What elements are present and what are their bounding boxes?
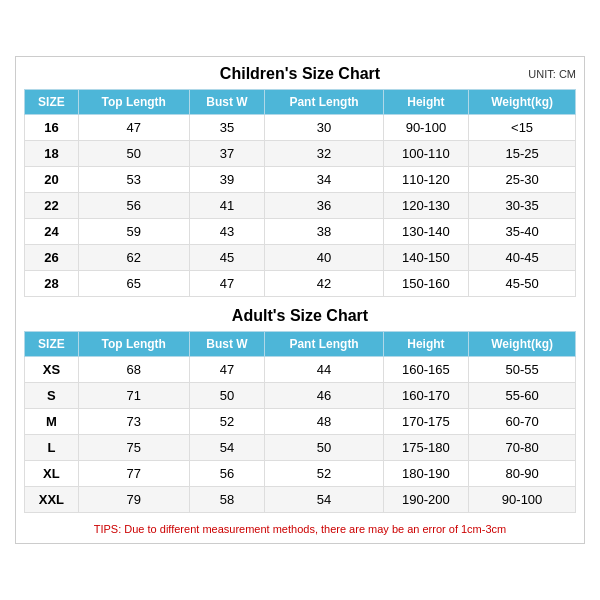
table-cell: 73 xyxy=(78,409,189,435)
table-cell: 59 xyxy=(78,219,189,245)
table-cell: 140-150 xyxy=(383,245,469,271)
adult-col-height: Height xyxy=(383,332,469,357)
adult-table: SIZE Top Length Bust W Pant Length Heigh… xyxy=(24,331,576,513)
table-cell: 15-25 xyxy=(469,141,576,167)
table-cell: 77 xyxy=(78,461,189,487)
table-cell: 71 xyxy=(78,383,189,409)
adult-col-toplength: Top Length xyxy=(78,332,189,357)
table-cell: 36 xyxy=(265,193,383,219)
table-cell: 50 xyxy=(189,383,265,409)
table-cell: 130-140 xyxy=(383,219,469,245)
table-cell: 90-100 xyxy=(383,115,469,141)
table-cell: 50 xyxy=(78,141,189,167)
tips-text: TIPS: Due to different measurement metho… xyxy=(24,523,576,535)
table-cell: 48 xyxy=(265,409,383,435)
table-cell: 35-40 xyxy=(469,219,576,245)
table-cell: 170-175 xyxy=(383,409,469,435)
table-cell: 44 xyxy=(265,357,383,383)
table-cell: 52 xyxy=(189,409,265,435)
table-row: 24594338130-14035-40 xyxy=(25,219,576,245)
adult-col-pantlength: Pant Length xyxy=(265,332,383,357)
table-cell: 62 xyxy=(78,245,189,271)
table-row: 22564136120-13030-35 xyxy=(25,193,576,219)
table-cell: 50-55 xyxy=(469,357,576,383)
table-cell: 52 xyxy=(265,461,383,487)
table-cell: 47 xyxy=(189,271,265,297)
table-cell: 50 xyxy=(265,435,383,461)
unit-label: UNIT: CM xyxy=(528,68,576,80)
table-cell: 28 xyxy=(25,271,79,297)
table-cell: 55-60 xyxy=(469,383,576,409)
table-cell: 41 xyxy=(189,193,265,219)
table-cell: 68 xyxy=(78,357,189,383)
table-cell: 32 xyxy=(265,141,383,167)
table-row: XL775652180-19080-90 xyxy=(25,461,576,487)
children-col-weight: Weight(kg) xyxy=(469,90,576,115)
table-cell: <15 xyxy=(469,115,576,141)
children-table: SIZE Top Length Bust W Pant Length Heigh… xyxy=(24,89,576,297)
table-row: 20533934110-12025-30 xyxy=(25,167,576,193)
table-cell: XS xyxy=(25,357,79,383)
table-row: S715046160-17055-60 xyxy=(25,383,576,409)
adult-col-size: SIZE xyxy=(25,332,79,357)
adult-col-bustw: Bust W xyxy=(189,332,265,357)
table-cell: S xyxy=(25,383,79,409)
table-cell: 54 xyxy=(265,487,383,513)
table-cell: 30 xyxy=(265,115,383,141)
table-cell: 40 xyxy=(265,245,383,271)
table-cell: L xyxy=(25,435,79,461)
children-header-row: SIZE Top Length Bust W Pant Length Heigh… xyxy=(25,90,576,115)
table-cell: 70-80 xyxy=(469,435,576,461)
table-row: XXL795854190-20090-100 xyxy=(25,487,576,513)
table-cell: 34 xyxy=(265,167,383,193)
table-cell: 25-30 xyxy=(469,167,576,193)
table-row: M735248170-17560-70 xyxy=(25,409,576,435)
table-cell: 60-70 xyxy=(469,409,576,435)
table-cell: XXL xyxy=(25,487,79,513)
table-row: XS684744160-16550-55 xyxy=(25,357,576,383)
table-cell: 58 xyxy=(189,487,265,513)
adult-chart-title: Adult's Size Chart xyxy=(232,307,368,325)
adult-header-row: SIZE Top Length Bust W Pant Length Heigh… xyxy=(25,332,576,357)
table-cell: M xyxy=(25,409,79,435)
table-cell: 120-130 xyxy=(383,193,469,219)
table-cell: 190-200 xyxy=(383,487,469,513)
table-cell: 35 xyxy=(189,115,265,141)
children-col-toplength: Top Length xyxy=(78,90,189,115)
table-cell: 150-160 xyxy=(383,271,469,297)
table-cell: 160-165 xyxy=(383,357,469,383)
table-cell: 45 xyxy=(189,245,265,271)
children-title-row: Children's Size Chart UNIT: CM xyxy=(24,65,576,83)
table-cell: 42 xyxy=(265,271,383,297)
chart-container: Children's Size Chart UNIT: CM SIZE Top … xyxy=(15,56,585,544)
adult-col-weight: Weight(kg) xyxy=(469,332,576,357)
table-cell: 100-110 xyxy=(383,141,469,167)
table-cell: 16 xyxy=(25,115,79,141)
table-row: 1647353090-100<15 xyxy=(25,115,576,141)
children-col-size: SIZE xyxy=(25,90,79,115)
table-cell: 110-120 xyxy=(383,167,469,193)
table-cell: 56 xyxy=(78,193,189,219)
table-cell: 175-180 xyxy=(383,435,469,461)
table-cell: 20 xyxy=(25,167,79,193)
table-cell: 53 xyxy=(78,167,189,193)
table-cell: 80-90 xyxy=(469,461,576,487)
table-cell: 180-190 xyxy=(383,461,469,487)
table-cell: 56 xyxy=(189,461,265,487)
table-cell: 40-45 xyxy=(469,245,576,271)
table-cell: 65 xyxy=(78,271,189,297)
adult-title-row: Adult's Size Chart xyxy=(24,307,576,325)
table-row: 18503732100-11015-25 xyxy=(25,141,576,167)
table-cell: 37 xyxy=(189,141,265,167)
table-row: 26624540140-15040-45 xyxy=(25,245,576,271)
table-cell: 43 xyxy=(189,219,265,245)
table-cell: XL xyxy=(25,461,79,487)
table-cell: 54 xyxy=(189,435,265,461)
table-cell: 38 xyxy=(265,219,383,245)
table-cell: 47 xyxy=(189,357,265,383)
children-col-bustw: Bust W xyxy=(189,90,265,115)
children-col-pantlength: Pant Length xyxy=(265,90,383,115)
table-cell: 75 xyxy=(78,435,189,461)
table-cell: 160-170 xyxy=(383,383,469,409)
table-cell: 18 xyxy=(25,141,79,167)
